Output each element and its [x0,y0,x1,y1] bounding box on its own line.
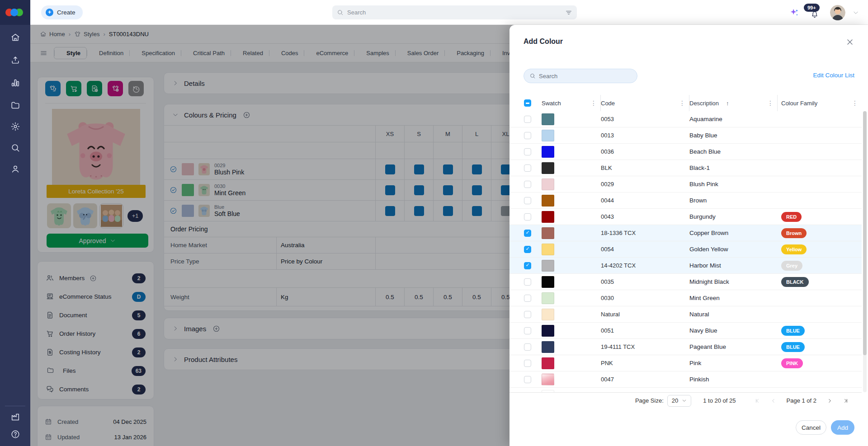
scrollbar-thumb[interactable] [863,111,867,355]
next-page-button[interactable] [826,398,833,404]
row-checkbox[interactable] [524,311,531,318]
colour-table-row[interactable]: 0029 Blush Pink [509,176,862,192]
settings-icon[interactable] [10,122,20,131]
row-checkbox[interactable] [524,213,531,221]
add-button[interactable]: Add [831,420,854,435]
colour-swatch [542,276,554,288]
row-checkbox[interactable] [524,278,531,286]
first-page-button[interactable] [754,398,760,404]
help-icon[interactable] [10,429,20,439]
colour-swatch [542,309,554,320]
colour-table-row[interactable]: 19-4111 TCX Pageant Blue BLUE [509,339,862,355]
colour-table-row[interactable]: 0047 Pinkish [509,371,862,388]
profile-icon[interactable] [10,164,20,174]
colour-swatch [542,113,554,125]
select-all-checkbox[interactable] [524,99,531,107]
colour-table-row[interactable]: 0035 Midnight Black BLACK [509,274,862,290]
home-icon[interactable] [10,33,20,42]
edit-colour-list-link[interactable]: Edit Colour List [813,72,854,79]
create-label: Create [57,9,75,16]
row-checkbox[interactable] [524,197,531,204]
filter-icon[interactable] [565,9,572,16]
colour-table-row[interactable]: 14-4202 TCX Harbor Mist Grey [509,258,862,274]
colour-table-header: Swatch⋮ Code⋮ Description↑⋮ Colour Famil… [515,95,862,111]
scrollbar[interactable] [863,111,867,392]
sort-ascending-icon[interactable]: ↑ [726,100,729,107]
add-colour-panel: Add Colour Edit Colour List Swatch⋮ Code… [509,25,868,446]
row-checkbox[interactable] [524,295,531,302]
colour-family-badge: BLUE [781,326,805,336]
colour-family-badge: BLACK [781,277,809,287]
colour-family-badge: Grey [781,261,802,271]
global-search-input[interactable] [347,9,561,16]
search-icon [337,9,344,16]
column-menu-icon[interactable]: ⋮ [587,99,600,107]
colour-table-row[interactable]: 0013 Baby Blue [509,127,862,144]
colour-swatch [542,260,554,272]
previous-page-button[interactable] [770,398,777,404]
colour-family-badge: RED [781,212,802,222]
chevron-down-icon[interactable] [853,9,859,16]
row-checkbox[interactable] [524,181,531,188]
folder-icon[interactable] [10,100,20,110]
colour-table-row[interactable]: BLK Black-1 [509,160,862,176]
colour-table-row[interactable]: 0036 Beach Blue [509,144,862,160]
colour-swatch [542,341,554,353]
row-checkbox[interactable] [524,148,531,155]
colour-family-badge: Yellow [781,244,807,254]
colour-table-rows: 0053 Aquamarine 0013 Baby Blue 0036 [509,111,862,392]
colour-swatch [542,227,554,239]
notification-count-badge: 99+ [804,4,820,12]
colour-table-row[interactable]: 18-1336 TCX Copper Brown Brown [509,225,862,241]
colour-table-row[interactable]: 0054 Golden Yellow Yellow [509,241,862,258]
topbar: + Create 99+ [30,0,868,25]
app-logo[interactable] [0,0,30,25]
row-checkbox[interactable] [524,376,531,383]
colour-swatch [542,244,554,255]
row-range-label: 1 to 20 of 25 [703,397,736,404]
page-indicator: Page 1 of 2 [787,397,817,404]
user-avatar[interactable] [830,5,845,20]
last-page-button[interactable] [843,398,849,404]
colour-swatch [542,178,554,190]
row-checkbox[interactable] [524,327,531,334]
row-checkbox[interactable] [524,343,531,351]
colour-search[interactable] [524,69,637,83]
close-icon[interactable] [845,38,854,47]
colour-table-row[interactable]: 0053 Aquamarine [509,111,862,127]
colour-table-row[interactable]: 0043 Burgundy RED [509,209,862,225]
row-checkbox[interactable] [524,116,531,123]
analytics-icon[interactable] [10,78,20,88]
factory-icon[interactable] [10,412,20,422]
page-size-label: Page Size: [635,397,664,404]
colour-table-row[interactable]: PNK Pink PINK [509,355,862,371]
colour-search-input[interactable] [539,73,632,80]
row-checkbox[interactable] [524,360,531,367]
colour-swatch [542,130,554,141]
row-checkbox[interactable] [524,230,531,237]
row-checkbox[interactable] [524,132,531,139]
sidebar [0,0,30,446]
sidebar-divider [5,406,25,406]
upload-icon[interactable] [10,55,20,65]
global-search[interactable] [332,5,577,19]
row-checkbox[interactable] [524,246,531,253]
notifications-bell[interactable]: 99+ [807,5,823,21]
ai-sparkle-icon[interactable] [789,8,799,18]
colour-table-row[interactable]: 0044 Brown [509,192,862,209]
column-menu-icon[interactable]: ⋮ [764,99,777,107]
column-menu-icon[interactable]: ⋮ [675,99,689,107]
page-size-select[interactable]: 20 [667,395,691,407]
column-menu-icon[interactable]: ⋮ [848,99,862,107]
row-checkbox[interactable] [524,262,531,269]
create-button[interactable]: + Create [41,5,83,19]
colour-table-row[interactable]: 0030 Mint Green [509,290,862,306]
colour-table-row[interactable]: 0051 Navy Blue BLUE [509,323,862,339]
colour-table-row[interactable]: Natural Natural [509,306,862,323]
search-icon[interactable] [10,143,20,153]
colour-family-badge: PINK [781,358,803,368]
cancel-button[interactable]: Cancel [796,420,826,435]
colour-table-row[interactable]: 0052 Rainbow [509,388,862,392]
row-checkbox[interactable] [524,164,531,172]
panel-title: Add Colour [524,38,563,46]
